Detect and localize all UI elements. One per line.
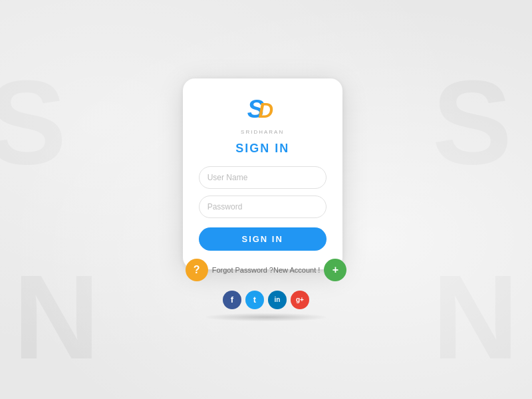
bg-letter-2: S	[432, 53, 512, 191]
new-account-label: New Account !	[273, 266, 320, 274]
facebook-icon[interactable]: f	[223, 291, 241, 309]
social-icons-row: f t in g+	[183, 291, 350, 309]
username-input[interactable]	[199, 166, 327, 189]
new-account-group: New Account ! +	[273, 259, 346, 281]
card-shadow	[206, 313, 326, 321]
bottom-actions-row: ? Forgot Password ? New Account ! +	[183, 259, 350, 281]
password-input[interactable]	[199, 196, 327, 218]
logo-icon: S D	[245, 92, 281, 128]
question-icon: ?	[194, 264, 200, 276]
bg-letter-3: N	[13, 248, 100, 386]
new-account-button[interactable]: +	[324, 259, 346, 281]
brand-name: SRIDHARAN	[241, 129, 284, 135]
signin-button[interactable]: SIGN IN	[199, 227, 327, 251]
twitter-icon[interactable]: t	[245, 291, 264, 309]
plus-icon: +	[332, 264, 338, 276]
sd-logo-svg: S D	[246, 95, 279, 124]
forgot-password-button[interactable]: ?	[186, 259, 208, 281]
google-icon[interactable]: g+	[291, 291, 309, 309]
bg-letter-1: S	[0, 53, 66, 191]
login-card-wrapper: S D SRIDHARAN SIGN IN SIGN IN ? Forgot P…	[183, 78, 350, 321]
login-card: S D SRIDHARAN SIGN IN SIGN IN	[183, 78, 342, 269]
linkedin-icon[interactable]: in	[268, 291, 287, 309]
svg-text:D: D	[258, 98, 273, 122]
bg-letter-4: N	[432, 248, 519, 386]
forgot-password-label: Forgot Password ?	[212, 266, 273, 274]
forgot-password-group: ? Forgot Password ?	[186, 259, 273, 281]
logo-area: S D SRIDHARAN	[199, 92, 327, 135]
signin-title: SIGN IN	[199, 142, 327, 156]
